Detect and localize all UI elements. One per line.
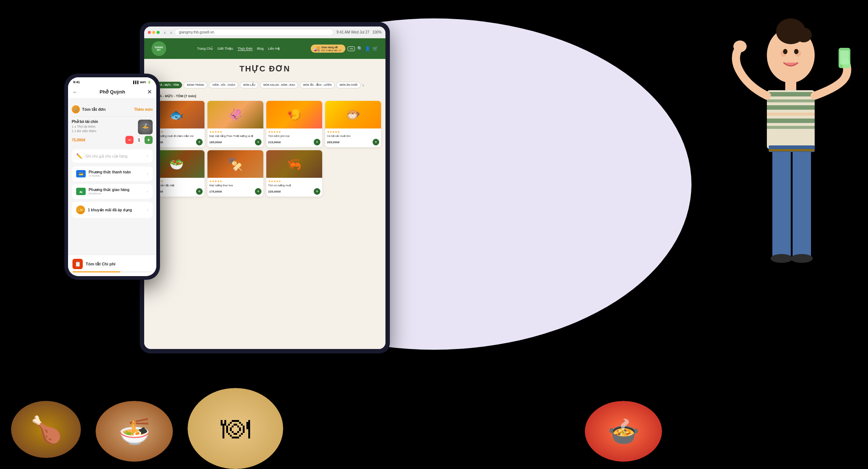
- tabs-next-icon[interactable]: ›: [362, 82, 364, 88]
- add-food-4-btn[interactable]: +: [373, 139, 379, 145]
- note-left: ✏️ Ghi chú gửi cho cửa hàng: [76, 153, 127, 159]
- delivery-info: Phương thức giao hàng AhaMove: [89, 188, 129, 195]
- nav-blog[interactable]: Blog: [257, 47, 264, 50]
- food-bowl-chicken: 🍗: [11, 401, 81, 458]
- add-food-5-btn[interactable]: +: [196, 188, 203, 195]
- qty-controls: − 1 +: [125, 136, 153, 144]
- cart-item-row: Phở bò tái chín 1 x Thịt tái thêm 1 x Bò…: [72, 120, 153, 134]
- mobile-content: 🛒 Tóm tắt đơn Thêm món Phở bò tái chín 1…: [68, 99, 156, 255]
- user-icon[interactable]: 👤: [365, 46, 370, 51]
- food-price-row-2: 185,000đ +: [209, 139, 262, 145]
- woman-svg: [710, 11, 857, 453]
- svg-rect-12: [767, 113, 815, 116]
- battery-icon: 🔋: [147, 81, 151, 84]
- add-more-button[interactable]: Thêm món: [134, 107, 153, 112]
- svg-rect-21: [769, 149, 815, 151]
- food-card-4: 🐡 ★★★★★ Cá hồi sốc muối tôm 265,000đ +: [325, 101, 381, 147]
- browser-forward[interactable]: ›: [170, 29, 172, 35]
- menu-title: THỰC ĐƠN: [149, 64, 380, 74]
- browser-time: 9:41 AM Wed Jul 27: [337, 30, 369, 34]
- food-name-2: Mực một nắng Phan Thiết nướng sa tế: [209, 134, 262, 138]
- food-price-row-4: 265,000đ +: [327, 139, 379, 145]
- nav-lienhe[interactable]: Liên Hệ: [268, 47, 280, 50]
- tab-mon-lau[interactable]: MÓN LẨU: [240, 82, 259, 88]
- svg-rect-18: [772, 147, 791, 258]
- add-food-1-btn[interactable]: +: [196, 139, 203, 145]
- tab-com-xoi-chao[interactable]: CƠM - XÔI - CHÁO: [209, 82, 238, 88]
- pho-emoji: 🍜: [118, 416, 150, 447]
- note-field[interactable]: ✏️ Ghi chú gửi cho cửa hàng ›: [72, 149, 153, 163]
- scene-container: ‹ › giangmy.fnb.gosell.vn 9:41 AM Wed Ju…: [0, 0, 868, 469]
- tab-an-choi[interactable]: MÓN ĂN CHƠI: [336, 82, 360, 88]
- browser-back[interactable]: ‹: [164, 29, 166, 35]
- delivery-label: Phương thức giao hàng: [89, 188, 129, 192]
- add-food-7-btn[interactable]: +: [314, 188, 320, 195]
- tablet-inner: ‹ › giangmy.fnb.gosell.vn 9:41 AM Wed Ju…: [144, 27, 385, 349]
- promo-label: 1 khuyến mãi đã áp dụng: [88, 208, 132, 212]
- delivery-method-row[interactable]: 🏍 Phương thức giao hàng AhaMove ›: [72, 184, 153, 199]
- back-button[interactable]: ←: [72, 89, 78, 95]
- nav-thucdon[interactable]: Thực Đơn: [238, 47, 253, 51]
- food-name-4: Cá hồi sốc muối tôm: [327, 134, 379, 138]
- payment-left: 💳 Phương thức thanh toán Ví MoMo: [76, 170, 131, 177]
- footer-bar: [72, 271, 152, 272]
- svg-point-22: [771, 254, 793, 263]
- food-stars-3: ★★★★★: [268, 130, 320, 134]
- cart-item-sub2: 1 x Bò viên thêm: [72, 129, 98, 133]
- promo-row[interactable]: 🎫 1 khuyến mãi đã áp dụng ›: [72, 202, 153, 218]
- nav-logo: GIANGMY: [152, 41, 166, 56]
- payment-icon: 💳: [76, 170, 86, 177]
- chicken-emoji: 🍗: [30, 415, 62, 445]
- delivery-sub: AhaMove: [89, 192, 129, 195]
- mobile-status-bar: 9:41 ▐▐▐ WiFi 🔋: [68, 77, 156, 85]
- note-placeholder: Ghi chú gửi cho cửa hàng: [85, 154, 127, 158]
- nav-gioithieu[interactable]: Giới Thiệu: [217, 47, 233, 50]
- close-button[interactable]: ✕: [147, 88, 152, 95]
- food-img-7: 🦐: [266, 150, 322, 178]
- qty-decrease-btn[interactable]: −: [125, 136, 134, 144]
- promo-arrow-icon: ›: [147, 207, 148, 212]
- promo-left: 🎫 1 khuyến mãi đã áp dụng: [76, 205, 132, 214]
- delivery-arrow-icon: ›: [147, 189, 148, 194]
- tab-banh-trang[interactable]: BÁNH TRÁNG: [184, 82, 207, 88]
- payment-label: Phương thức thanh toán: [89, 170, 131, 174]
- food-stars-6: ★★★★★: [209, 180, 262, 183]
- dot-green: [157, 31, 160, 34]
- food-price-2: 185,000đ: [209, 141, 222, 144]
- add-food-3-btn[interactable]: +: [314, 139, 320, 145]
- dish-emoji: 🍽: [221, 412, 250, 445]
- delivery-badge: 🚚 Giao hàng tới 60A Trường Sơn, H...: [311, 45, 346, 53]
- soup-emoji: 🍲: [608, 416, 640, 447]
- food-price-3: 215,000đ: [268, 141, 281, 144]
- qty-display: 1: [136, 138, 142, 142]
- cart-item-name: Phở bò tái chín: [72, 120, 98, 124]
- food-stars-7: ★★★★★: [268, 180, 320, 183]
- cart-icon[interactable]: 🛒: [373, 46, 378, 51]
- lang-button[interactable]: VN: [348, 46, 355, 51]
- note-arrow-icon: ›: [147, 154, 148, 159]
- note-icon: ✏️: [76, 153, 82, 159]
- payment-method-row[interactable]: 💳 Phương thức thanh toán Ví MoMo ›: [72, 166, 153, 181]
- food-section-title: MÓN CÁ - MỰC - TÔM (7 món): [149, 94, 381, 98]
- payment-sub: Ví MoMo: [89, 174, 131, 177]
- url-bar[interactable]: giangmy.fnb.gosell.vn: [175, 29, 334, 36]
- svg-rect-11: [767, 105, 815, 110]
- food-card-3: 🍤 ★★★★★ Tôm bờ lò phô mai 215,000đ +: [266, 101, 322, 147]
- food-card-6-info: ★★★★★ Mực nướng than hoa 175,000đ +: [207, 178, 263, 197]
- cart-icon: 🛒: [72, 105, 80, 113]
- qty-increase-btn[interactable]: +: [145, 136, 153, 144]
- mobile-inner: 9:41 ▐▐▐ WiFi 🔋 ← Phở Quỳnh ✕ 🛒: [68, 77, 156, 276]
- nav-icons: 🔍 👤 🛒: [357, 46, 378, 51]
- tab-oc-ech[interactable]: MÓN ỐC - ẾCH - LƯƠN: [300, 82, 335, 88]
- svg-rect-16: [840, 50, 849, 64]
- add-food-6-btn[interactable]: +: [255, 188, 262, 195]
- search-icon[interactable]: 🔍: [357, 46, 363, 51]
- woman-figure: [706, 11, 861, 453]
- add-food-2-btn[interactable]: +: [255, 139, 262, 145]
- tab-salad[interactable]: MÓN SALAD - NÔM - RAU: [260, 82, 298, 88]
- food-img-2: 🦑: [207, 101, 263, 128]
- footer-icon: 📋: [72, 259, 83, 269]
- food-card-3-info: ★★★★★ Tôm bờ lò phô mai 215,000đ +: [266, 128, 322, 147]
- nav-trangchu[interactable]: Trang Chủ: [197, 47, 213, 50]
- delivery-left: 🏍 Phương thức giao hàng AhaMove: [76, 188, 129, 195]
